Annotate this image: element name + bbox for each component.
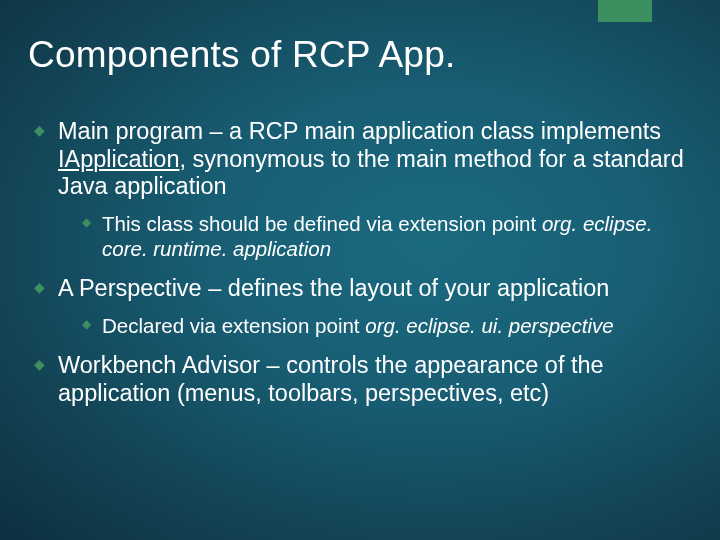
bullet-text: Workbench Advisor – controls the appeara… [58,352,604,406]
diamond-bullet-icon: ◆ [82,216,91,228]
sub-bullet-list: ◆ This class should be defined via exten… [58,211,684,261]
accent-bar [598,0,652,22]
slide-body: ◆ Main program – a RCP main application … [34,118,684,421]
slide: Components of RCP App. ◆ Main program – … [0,0,720,540]
diamond-bullet-icon: ◆ [34,124,46,136]
sub-bullet-item: ◆ Declared via extension point org. ecli… [82,313,684,338]
text-fragment: Declared via extension point [102,314,365,337]
bullet-item-workbench-advisor: ◆ Workbench Advisor – controls the appea… [34,352,684,407]
diamond-bullet-icon: ◆ [34,281,46,293]
bullet-item-main-program: ◆ Main program – a RCP main application … [34,118,684,261]
slide-title: Components of RCP App. [28,34,680,76]
diamond-bullet-icon: ◆ [34,358,46,370]
text-underlined: IApplication [58,146,180,172]
sub-bullet-item: ◆ This class should be defined via exten… [82,211,684,261]
diamond-bullet-icon: ◆ [82,318,91,330]
bullet-text: A Perspective – defines the layout of yo… [58,275,609,301]
bullet-list: ◆ Main program – a RCP main application … [34,118,684,407]
sub-bullet-list: ◆ Declared via extension point org. ecli… [58,313,684,338]
bullet-item-perspective: ◆ A Perspective – defines the layout of … [34,275,684,338]
sub-bullet-text: This class should be defined via extensi… [102,212,652,260]
text-fragment: Main program – a RCP main application cl… [58,118,661,144]
bullet-text: Main program – a RCP main application cl… [58,118,684,199]
text-fragment: This class should be defined via extensi… [102,212,542,235]
sub-bullet-text: Declared via extension point org. eclips… [102,314,614,337]
text-italic: org. eclipse. ui. perspective [365,314,613,337]
